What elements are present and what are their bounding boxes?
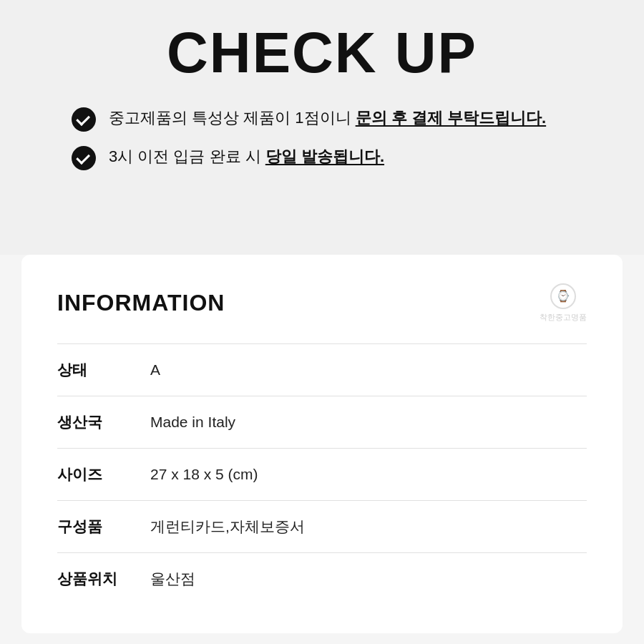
info-title: INFORMATION [57, 290, 225, 316]
check-text-2: 3시 이전 입금 완료 시 당일 발송됩니다. [109, 145, 384, 168]
page-title: CHECK UP [29, 21, 615, 84]
info-section: INFORMATION ⌚ 착한중고명품 상태A생산국Made in Italy… [21, 255, 623, 633]
check-item-1: 중고제품의 특성상 제품이 1점이니 문의 후 결제 부탁드립니다. [29, 106, 615, 132]
table-row: 구성품게런티카드,자체보증서 [57, 501, 587, 553]
info-label: 생산국 [57, 396, 150, 449]
watermark-icon: ⌚ [550, 283, 576, 309]
check-icon-1 [72, 107, 96, 132]
info-label: 구성품 [57, 501, 150, 553]
table-row: 상품위치울산점 [57, 553, 587, 605]
table-row: 사이즈27 x 18 x 5 (cm) [57, 449, 587, 501]
header-section: CHECK UP 중고제품의 특성상 제품이 1점이니 문의 후 결제 부탁드립… [0, 0, 644, 212]
info-label: 사이즈 [57, 449, 150, 501]
info-table: 상태A생산국Made in Italy사이즈27 x 18 x 5 (cm)구성… [57, 343, 587, 605]
info-label: 상태 [57, 344, 150, 396]
check-icon-2 [72, 146, 96, 170]
table-row: 상태A [57, 344, 587, 396]
check-text-1: 중고제품의 특성상 제품이 1점이니 문의 후 결제 부탁드립니다. [109, 106, 546, 130]
info-value: 27 x 18 x 5 (cm) [150, 449, 587, 501]
info-value: A [150, 344, 587, 396]
check-item-2: 3시 이전 입금 완료 시 당일 발송됩니다. [29, 145, 615, 170]
info-value: Made in Italy [150, 396, 587, 449]
table-row: 생산국Made in Italy [57, 396, 587, 449]
watermark-text: 착한중고명품 [540, 313, 587, 321]
watermark: ⌚ 착한중고명품 [540, 283, 587, 322]
spacer [0, 212, 644, 255]
info-label: 상품위치 [57, 553, 150, 605]
info-header: INFORMATION ⌚ 착한중고명품 [57, 283, 587, 322]
info-value: 게런티카드,자체보증서 [150, 501, 587, 553]
info-value: 울산점 [150, 553, 587, 605]
